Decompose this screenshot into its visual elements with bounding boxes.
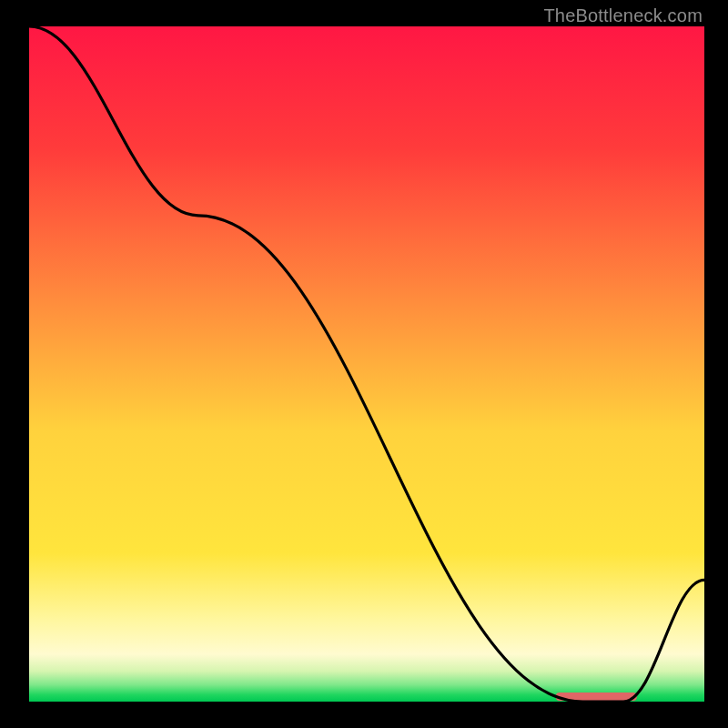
chart-plot-area bbox=[29, 26, 704, 702]
curve-line bbox=[29, 26, 704, 702]
attribution-text: TheBottleneck.com bbox=[543, 5, 703, 26]
chart-frame bbox=[29, 26, 704, 702]
